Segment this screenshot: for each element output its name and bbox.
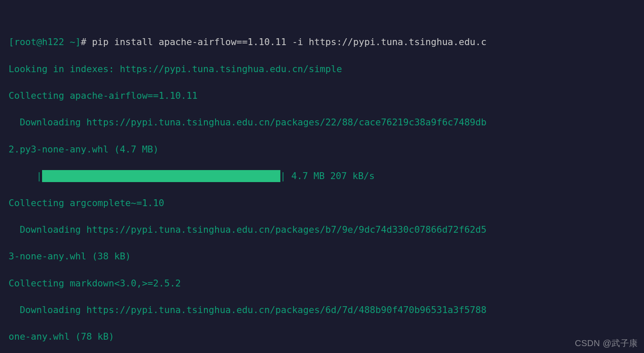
progress-bar-fill xyxy=(42,170,280,182)
progress-bar-stats: | 4.7 MB 207 kB/s xyxy=(280,169,375,183)
output-line: 2.py3-none-any.whl (4.7 MB) xyxy=(9,143,636,156)
output-line: Downloading https://pypi.tuna.tsinghua.e… xyxy=(9,223,636,236)
terminal-window[interactable]: [root@h122 ~]# pip install apache-airflo… xyxy=(0,0,644,353)
output-line: Downloading https://pypi.tuna.tsinghua.e… xyxy=(9,303,636,316)
output-line: Collecting argcomplete~=1.10 xyxy=(9,196,636,210)
progress-bar-row: || 4.7 MB 207 kB/s xyxy=(9,169,636,183)
command-text: pip install apache-airflow==1.10.11 -i h… xyxy=(92,37,486,47)
output-line: Looking in indexes: https://pypi.tuna.ts… xyxy=(9,62,636,76)
prompt-line: [root@h122 ~]# pip install apache-airflo… xyxy=(9,35,636,49)
prompt-user-host: [root@h122 ~] xyxy=(9,37,81,47)
output-line: one-any.whl (78 kB) xyxy=(9,330,636,343)
output-line: Collecting markdown<3.0,>=2.5.2 xyxy=(9,277,636,290)
progress-bar-lead: | xyxy=(9,169,42,183)
output-line: Collecting apache-airflow==1.10.11 xyxy=(9,89,636,102)
output-line: Downloading https://pypi.tuna.tsinghua.e… xyxy=(9,116,636,129)
output-line: 3-none-any.whl (38 kB) xyxy=(9,250,636,263)
watermark-text: CSDN @武子康 xyxy=(575,337,638,350)
prompt-hash: # xyxy=(81,37,92,47)
